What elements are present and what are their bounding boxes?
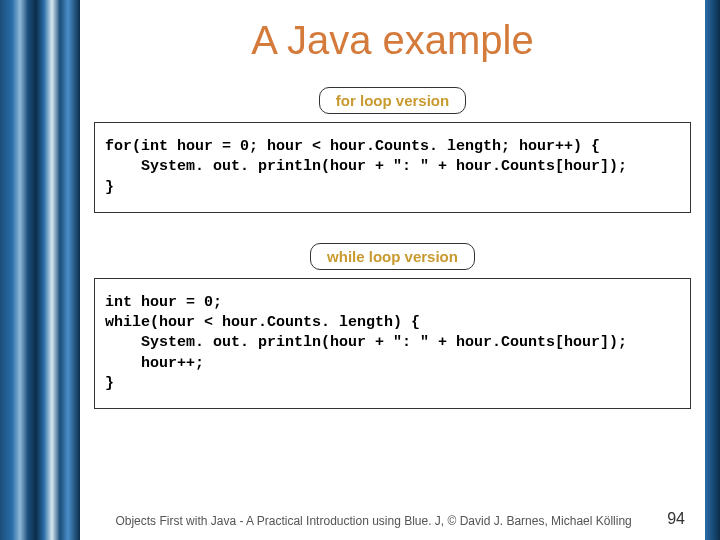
background-right-strip (705, 0, 720, 540)
footer: Objects First with Java - A Practical In… (80, 510, 705, 528)
page-number: 94 (667, 510, 685, 528)
slide-title: A Java example (80, 18, 705, 63)
for-loop-code: for(int hour = 0; hour < hour.Counts. le… (94, 122, 691, 213)
for-loop-label: for loop version (319, 87, 466, 114)
slide-content: A Java example for loop version for(int … (80, 0, 705, 540)
background-left-feathers (0, 0, 80, 540)
while-loop-code: int hour = 0; while(hour < hour.Counts. … (94, 278, 691, 409)
while-loop-label: while loop version (310, 243, 475, 270)
footer-citation: Objects First with Java - A Practical In… (100, 514, 647, 528)
